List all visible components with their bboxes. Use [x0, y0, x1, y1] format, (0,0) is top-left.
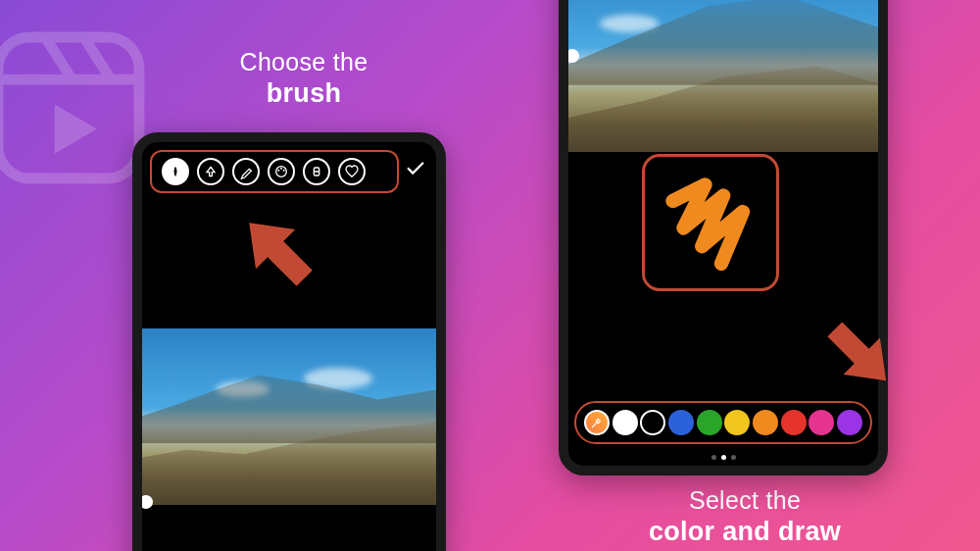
scribble-icon	[657, 169, 764, 276]
color-palette	[574, 401, 872, 444]
swatch-orange[interactable]	[753, 410, 778, 435]
highlighter-icon[interactable]	[232, 158, 260, 185]
screen-right	[568, 0, 878, 466]
draw-preview	[642, 154, 779, 291]
palette-pager[interactable]	[568, 455, 878, 460]
swatch-green[interactable]	[697, 410, 722, 435]
slider-handle[interactable]	[142, 495, 153, 509]
brush-toolbar	[150, 150, 399, 193]
caption-right-line1: Select the	[608, 485, 882, 516]
svg-point-2	[277, 170, 279, 172]
confirm-button[interactable]	[405, 158, 426, 183]
swatch-yellow[interactable]	[724, 410, 750, 435]
caption-left-line2: brush	[167, 77, 441, 111]
caption-right-line2: color and draw	[608, 516, 882, 549]
eyedropper-swatch[interactable]	[584, 410, 610, 435]
cloud-icon	[600, 15, 659, 32]
swatch-red[interactable]	[781, 410, 807, 435]
pager-dot	[721, 455, 726, 460]
svg-rect-0	[0, 37, 139, 178]
caption-left: Choose the brush	[167, 47, 441, 111]
arrow-up-icon[interactable]	[197, 158, 224, 185]
phone-left	[132, 132, 446, 551]
pager-dot	[711, 455, 716, 460]
svg-point-3	[280, 168, 282, 170]
screen-left	[142, 142, 436, 551]
phone-right	[559, 0, 888, 476]
palette-icon[interactable]	[268, 158, 295, 185]
swatch-magenta[interactable]	[808, 410, 834, 435]
svg-point-4	[283, 170, 285, 172]
heart-icon[interactable]	[338, 158, 366, 185]
eraser-icon[interactable]	[303, 158, 330, 185]
caption-right: Select the color and draw	[608, 485, 882, 549]
pen-icon[interactable]	[162, 158, 189, 185]
pager-dot	[731, 455, 736, 460]
swatch-purple[interactable]	[837, 410, 862, 435]
swatch-black[interactable]	[640, 410, 665, 435]
swatch-blue[interactable]	[668, 410, 694, 435]
story-media[interactable]	[142, 328, 436, 505]
swatch-white[interactable]	[612, 410, 638, 435]
story-media[interactable]	[568, 0, 878, 152]
caption-left-line1: Choose the	[167, 47, 441, 77]
